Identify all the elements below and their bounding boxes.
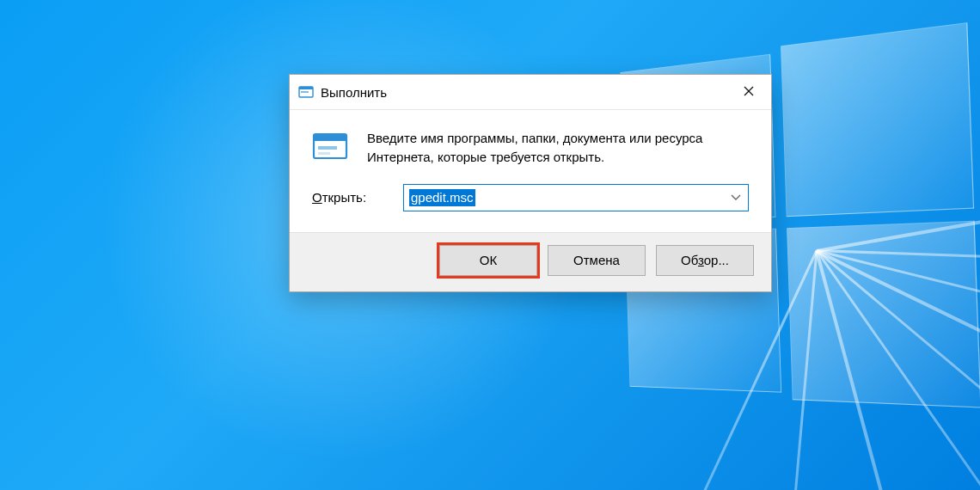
ok-button[interactable]: ОК bbox=[439, 245, 537, 276]
close-button[interactable] bbox=[726, 75, 771, 109]
chevron-down-icon[interactable] bbox=[731, 192, 741, 204]
svg-rect-2 bbox=[301, 91, 309, 93]
open-input-value: gpedit.msc bbox=[409, 189, 475, 206]
open-label: Открыть: bbox=[312, 190, 386, 205]
button-bar: ОК Отмена Обзор... bbox=[290, 232, 771, 291]
svg-rect-1 bbox=[299, 87, 313, 89]
run-dialog-icon bbox=[312, 129, 350, 167]
browse-button[interactable]: Обзор... bbox=[656, 245, 754, 276]
svg-rect-8 bbox=[318, 152, 330, 155]
browse-button-label: Обзор... bbox=[681, 253, 729, 267]
ok-button-label: ОК bbox=[480, 253, 497, 267]
cancel-button-label: Отмена bbox=[573, 253, 620, 267]
close-icon bbox=[744, 84, 754, 100]
svg-rect-6 bbox=[314, 134, 346, 141]
dialog-title: Выполнить bbox=[321, 85, 387, 100]
run-app-icon bbox=[298, 84, 314, 100]
run-dialog: Выполнить Введите имя программы, папки, … bbox=[289, 74, 772, 292]
open-input[interactable]: gpedit.msc bbox=[403, 184, 749, 211]
svg-rect-7 bbox=[318, 146, 337, 150]
titlebar: Выполнить bbox=[290, 75, 771, 110]
instruction-text: Введите имя программы, папки, документа … bbox=[367, 129, 749, 167]
cancel-button[interactable]: Отмена bbox=[548, 245, 646, 276]
